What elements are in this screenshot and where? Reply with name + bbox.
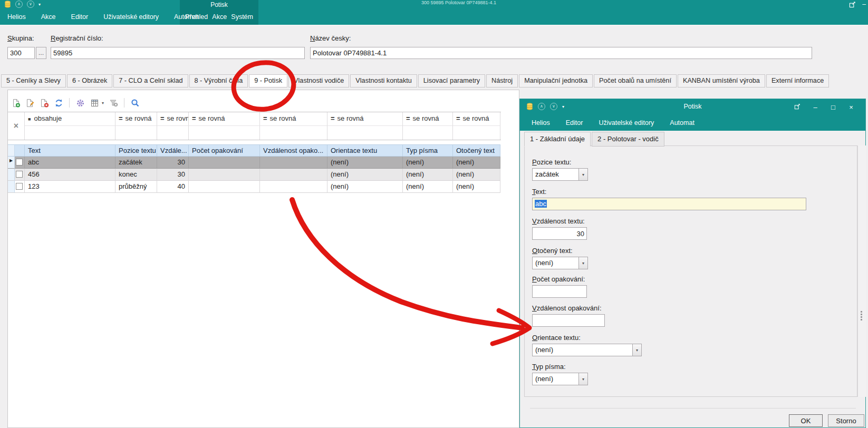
tab-polotovar-vodic[interactable]: 2 - Polotovar - vodič [592,132,664,147]
pozice-textu-label: Pozice textu: [532,158,571,166]
tab-obrazek[interactable]: 6 - Obrázek [67,74,112,87]
vzdalenost-textu-label: Vzdálenost textu: [532,217,585,225]
edit-record-icon[interactable] [25,98,35,108]
filter-value-input[interactable] [115,126,157,140]
column-header[interactable]: Orientace textu [327,144,403,157]
storno-button[interactable]: Storno [828,414,864,427]
new-record-icon[interactable] [11,98,21,108]
filter-value-input[interactable] [260,126,327,140]
dropdown-button[interactable]: ▾ [632,344,642,356]
expand-circle-icon[interactable]: ∨ [27,1,34,8]
column-header[interactable]: Text [25,144,115,157]
vzdalenost-opakovani-input[interactable] [532,314,605,327]
menu-akce-context[interactable]: Akce [212,13,227,21]
menu-akce[interactable]: Akce [41,13,56,21]
menu-helios[interactable]: Helios [7,13,26,21]
typ-pisma-combo[interactable]: (není) ▾ [532,373,588,385]
column-header[interactable]: Počet opakování [189,144,260,157]
splitter-grip-icon[interactable] [861,311,862,320]
popout-icon[interactable] [849,1,856,8]
pocet-opakovani-input[interactable] [532,285,587,298]
table-row[interactable]: ▶ abc začátek 30 (není) (není) (není) [8,157,501,169]
column-header[interactable]: Otočený text [453,144,500,157]
vzdalenost-textu-input[interactable] [532,227,587,240]
menu-editor[interactable]: Editor [71,13,89,21]
menu-helios[interactable]: Helios [532,119,550,127]
dialog-titlebar[interactable]: ∧ ∨ ▾ Potisk – □ × [520,99,865,115]
tab-ceniky-a-slevy[interactable]: 5 - Ceníky a Slevy [1,74,66,87]
typ-pisma-label: Typ písma: [532,363,566,371]
tab-pocet-obalu-na-umisteni[interactable]: Počet obalů na umístění [594,74,677,87]
tab-potisk[interactable]: 9 - Potisk [249,74,287,87]
menu-system[interactable]: Systém [231,13,253,21]
maximize-icon[interactable]: □ [824,103,842,111]
filter-value-input[interactable] [189,126,260,140]
filter-value-input[interactable] [403,126,453,140]
tab-clo-a-celni-sklad[interactable]: 7 - CLO a Celní sklad [113,74,188,87]
orientace-textu-combo[interactable]: (není) ▾ [532,344,642,356]
filter-value-input[interactable] [327,126,403,140]
filter-condition-cell[interactable]: =se rovná [260,112,327,126]
menu-prehled[interactable]: Přehled [185,13,208,21]
otoceny-text-combo[interactable]: (není) ▾ [532,257,588,269]
splitter-strip[interactable] [857,145,866,397]
pozice-textu-combo[interactable]: začátek ▾ [532,168,588,181]
filter-value-input[interactable] [453,126,500,140]
filter-condition-cell[interactable]: =se rovná [403,112,453,126]
filter-condition-cell[interactable]: =se rovná [327,112,403,126]
tab-kanban-umisteni-vyroba[interactable]: KANBAN umístění výroba [678,74,765,87]
row-checkbox[interactable] [16,183,23,190]
skupina-lookup-button[interactable]: … [36,47,46,59]
dropdown-button[interactable]: ▾ [578,373,588,385]
grid-view-caret-icon[interactable]: ▾ [102,101,104,105]
minimize-icon[interactable]: – [806,103,824,111]
delete-record-icon[interactable] [40,98,49,108]
filter-condition-cell[interactable]: =se rovná [157,112,189,126]
column-header[interactable]: Pozice textu [115,144,157,157]
menu-uzivatelske-editory[interactable]: Uživatelské editory [103,13,159,21]
filter-value-input[interactable] [25,126,115,140]
tab-zakladni-udaje[interactable]: 1 - Základní údaje [524,132,591,147]
filter-condition-cell[interactable]: =se rovná [115,112,157,126]
minimize-icon[interactable]: – [862,1,866,8]
filter-condition-cell[interactable]: ■obsahuje [25,112,115,126]
tab-manipulacni-jednotka[interactable]: Manipulační jednotka [519,74,593,87]
tab-nastroj[interactable]: Nástroj [486,74,518,87]
tab-vlastnosti-vodice[interactable]: Vlastnosti vodiče [288,74,349,87]
column-header[interactable]: Typ písma [403,144,453,157]
clear-filter-button[interactable]: × [8,112,25,140]
popout-icon[interactable] [788,103,806,111]
registracni-cislo-input[interactable] [51,47,305,59]
menu-editor[interactable]: Editor [566,119,583,127]
filter-condition-cell[interactable]: =se rovná [453,112,500,126]
tab-vlastnosti-kontaktu[interactable]: Vlastnosti kontaktu [350,74,417,87]
dropdown-button[interactable]: ▾ [578,168,588,181]
menu-uzivatelske-editory[interactable]: Uživatelské editory [599,119,654,127]
dropdown-button[interactable]: ▾ [578,257,588,269]
filter-condition-cell[interactable]: =se rovná [189,112,260,126]
clear-filter-icon[interactable] [109,98,118,108]
menu-automat[interactable]: Automat [670,119,695,127]
collapse-circle-icon[interactable]: ∧ [15,1,23,8]
close-icon[interactable]: × [842,103,860,111]
column-header[interactable]: Vzdálenost opako... [260,144,327,157]
column-header[interactable]: Vzdále... [157,144,189,157]
table-row[interactable]: 456 konec 30 (není) (není) (není) [8,169,501,181]
skupina-input[interactable] [7,47,35,59]
ok-button[interactable]: OK [789,414,823,427]
settings-icon[interactable] [75,98,85,108]
text-input[interactable]: abc [532,198,806,210]
tab-vyrobni-cisla[interactable]: 8 - Výrobní čísla [189,74,248,87]
tab-externi-informace[interactable]: Externí informace [766,74,829,87]
filter-value-input[interactable] [157,126,189,140]
tab-lisovaci-parametry[interactable]: Lisovací parametry [418,74,485,87]
quick-access-caret-icon[interactable]: ▾ [38,2,41,7]
registracni-cislo-label: Registrační číslo: [51,34,103,42]
table-row[interactable]: 123 průběžný 40 (není) (není) (není) [8,181,501,193]
row-checkbox[interactable] [16,171,23,178]
row-checkbox[interactable] [16,159,23,166]
search-icon[interactable] [130,98,140,108]
refresh-icon[interactable] [54,98,63,108]
grid-view-icon[interactable] [90,98,99,108]
nazev-cesky-input[interactable] [310,47,812,59]
